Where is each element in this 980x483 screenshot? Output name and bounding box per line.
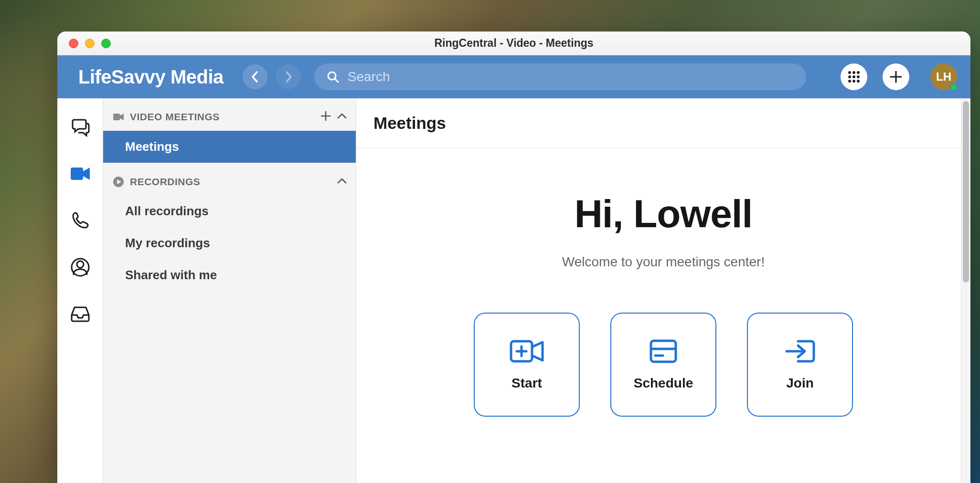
contacts-icon — [71, 258, 90, 277]
svg-rect-16 — [651, 341, 676, 362]
presence-indicator — [949, 83, 958, 91]
chevron-up-icon — [337, 178, 347, 184]
svg-point-8 — [852, 80, 855, 83]
message-icon — [70, 117, 90, 137]
org-name: LifeSavvy Media — [78, 66, 224, 88]
search-icon — [327, 71, 339, 83]
section-label: RECORDINGS — [130, 176, 331, 188]
scrollbar[interactable] — [961, 98, 970, 483]
app-body: VIDEO MEETINGS Meetings RECORDINGS All r… — [57, 98, 970, 483]
video-small-icon — [113, 113, 124, 121]
action-cards: Start Schedule — [474, 313, 853, 417]
icon-rail — [57, 98, 103, 483]
scroll-thumb[interactable] — [963, 101, 969, 283]
play-circle-icon — [113, 176, 124, 188]
rail-video[interactable] — [69, 162, 92, 185]
page-title: Meetings — [356, 98, 970, 148]
svg-rect-13 — [113, 114, 120, 120]
section-head-recordings: RECORDINGS — [103, 168, 356, 195]
greeting: Hi, Lowell — [575, 191, 753, 236]
svg-point-3 — [857, 71, 860, 74]
app-window: RingCentral - Video - Meetings LifeSavvy… — [57, 32, 970, 483]
sidebar-item-my-recordings[interactable]: My recordings — [103, 227, 356, 259]
join-icon — [784, 338, 816, 364]
avatar[interactable]: LH — [930, 63, 957, 90]
collapse-video-meetings[interactable] — [337, 113, 347, 121]
schedule-icon — [649, 338, 678, 364]
avatar-initials: LH — [936, 70, 951, 84]
svg-point-2 — [852, 71, 855, 74]
add-meeting-button[interactable] — [320, 111, 331, 123]
phone-icon — [71, 211, 90, 230]
chevron-right-icon — [284, 71, 293, 83]
svg-point-5 — [852, 75, 855, 78]
main-content: Hi, Lowell Welcome to your meetings cent… — [356, 148, 970, 483]
start-meeting-card[interactable]: Start — [474, 313, 580, 417]
sidebar-item-shared-with-me[interactable]: Shared with me — [103, 259, 356, 291]
card-label: Schedule — [634, 376, 693, 391]
video-icon — [70, 166, 91, 182]
join-meeting-card[interactable]: Join — [747, 313, 853, 417]
rail-phone[interactable] — [69, 209, 92, 232]
plus-small-icon — [320, 111, 331, 121]
search-input[interactable] — [348, 69, 794, 84]
titlebar: RingCentral - Video - Meetings — [57, 32, 970, 55]
section-head-video-meetings: VIDEO MEETINGS — [103, 103, 356, 131]
schedule-meeting-card[interactable]: Schedule — [610, 313, 716, 417]
nav-forward-button[interactable] — [276, 64, 301, 89]
sidebar-item-meetings[interactable]: Meetings — [103, 131, 356, 163]
new-action-button[interactable] — [883, 63, 909, 90]
rail-contacts[interactable] — [69, 256, 92, 279]
dialpad-button[interactable] — [841, 63, 867, 90]
card-label: Start — [511, 376, 542, 391]
svg-point-11 — [77, 261, 84, 268]
collapse-recordings[interactable] — [337, 178, 347, 186]
svg-point-1 — [848, 71, 851, 74]
chevron-up-icon — [337, 113, 347, 119]
card-label: Join — [786, 376, 814, 391]
dialpad-icon — [847, 70, 861, 84]
sidebar-item-all-recordings[interactable]: All recordings — [103, 195, 356, 227]
svg-point-4 — [848, 75, 851, 78]
side-panel: VIDEO MEETINGS Meetings RECORDINGS All r… — [103, 98, 356, 483]
svg-point-7 — [848, 80, 851, 83]
plus-icon — [889, 70, 903, 84]
inbox-icon — [70, 305, 91, 323]
section-label: VIDEO MEETINGS — [130, 111, 315, 123]
svg-rect-10 — [71, 168, 83, 180]
welcome-text: Welcome to your meetings center! — [562, 254, 765, 270]
main-area: Meetings Hi, Lowell Welcome to your meet… — [356, 98, 970, 483]
app-header: LifeSavvy Media LH — [57, 55, 970, 98]
search-bar[interactable] — [314, 63, 806, 90]
nav-back-button[interactable] — [243, 64, 267, 89]
start-video-icon — [509, 338, 544, 364]
chevron-left-icon — [251, 71, 259, 83]
rail-messages[interactable] — [69, 116, 92, 138]
svg-point-6 — [857, 75, 860, 78]
window-title: RingCentral - Video - Meetings — [57, 37, 970, 50]
rail-inbox[interactable] — [69, 303, 92, 326]
svg-point-9 — [857, 80, 860, 83]
